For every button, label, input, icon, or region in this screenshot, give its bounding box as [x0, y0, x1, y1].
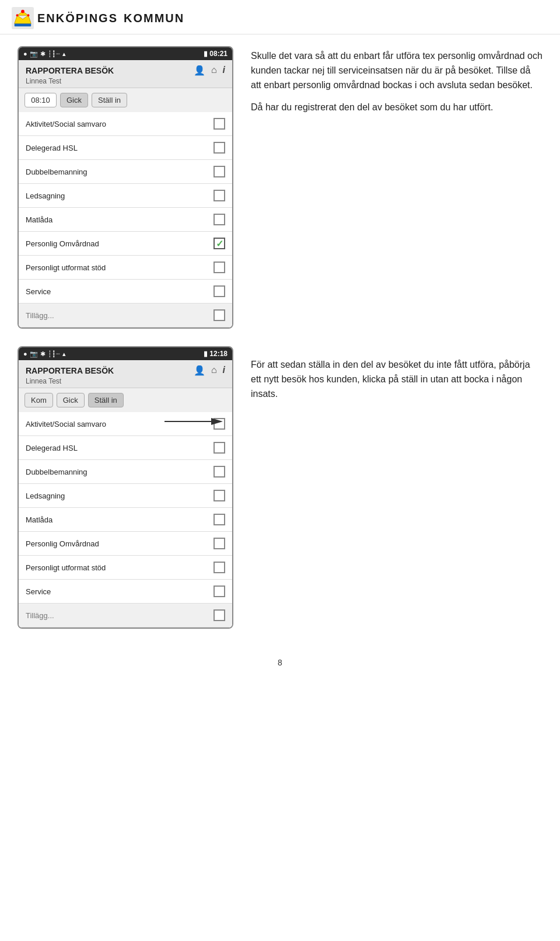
text-paragraph-1: Skulle det vara så att du enbart får utf…	[251, 49, 542, 92]
phone-2-time: 12:18	[209, 350, 228, 358]
phone-1-header: RAPPORTERA BESÖK 👤 ⌂ i Linnea Test	[19, 60, 232, 88]
checkbox-personlig-omvardnad[interactable]: ✓	[214, 238, 225, 249]
phone-1-time-value[interactable]: 08:10	[24, 93, 57, 107]
list-item-label: Delegerad HSL	[26, 144, 78, 152]
list-item[interactable]: Personligt utformat stöd	[19, 256, 232, 280]
checkbox-tillagg[interactable]	[214, 309, 225, 321]
list-item[interactable]: Dubbelbemanning	[19, 460, 232, 484]
phone-1-status-bar: ● 📷 ✱ ┆┇┈ ▴ ▮ 08:21	[19, 47, 232, 60]
svg-point-5	[27, 14, 30, 16]
list-item[interactable]: Ledsagning	[19, 184, 232, 208]
info-icon: i	[223, 65, 225, 76]
list-item-label: Service	[26, 587, 51, 596]
list-item-service-2[interactable]: Service	[19, 580, 232, 604]
row-1: ● 📷 ✱ ┆┇┈ ▴ ▮ 08:21 RAPPORTERA BESÖK 👤	[18, 46, 542, 329]
phone-1-title: RAPPORTERA BESÖK	[26, 66, 114, 75]
picture-icon: 📷	[30, 50, 38, 58]
checkbox-2-delegerad[interactable]	[214, 442, 225, 454]
list-item-label: Tillägg...	[26, 611, 54, 620]
checkbox-2-matlada[interactable]	[214, 514, 225, 525]
status-left-icons: ● 📷 ✱ ┆┇┈ ▴	[23, 50, 66, 58]
info-icon-2: i	[223, 365, 225, 376]
phone-2-stall-in-button[interactable]: Ställ in	[88, 393, 124, 407]
phone-2-title-row: RAPPORTERA BESÖK 👤 ⌂ i	[26, 365, 225, 376]
row-2: ● 📷 ✱ ┆┇┈ ▴ ▮ 12:18 RAPPORTERA BESÖK 👤	[18, 346, 542, 629]
checkbox-personligt-utformat[interactable]	[214, 262, 225, 273]
list-item[interactable]: Dubbelbemanning	[19, 160, 232, 184]
status-right-2: ▮ 12:18	[204, 350, 228, 358]
page-number: 8	[18, 646, 542, 673]
list-item[interactable]: Personlig Omvårdnad	[19, 532, 232, 556]
phone-2-kom-button[interactable]: Kom	[24, 393, 53, 407]
phone-2-title: RAPPORTERA BESÖK	[26, 366, 114, 375]
text-content-1: Skulle det vara så att du enbart får utf…	[251, 46, 542, 123]
battery-icon: ▮	[204, 50, 208, 58]
phone-1-title-row: RAPPORTERA BESÖK 👤 ⌂ i	[26, 65, 225, 76]
checkbox-2-service[interactable]	[214, 585, 225, 597]
list-item-tillagg-2[interactable]: Tillägg...	[19, 604, 232, 628]
text-content-2: För att sedan ställa in den del av besök…	[251, 346, 542, 409]
phone-1-stall-in-button[interactable]: Ställ in	[92, 93, 127, 107]
checkbox-2-tillagg[interactable]	[214, 609, 225, 621]
list-item-label: Personligt utformat stöd	[26, 563, 106, 572]
header: ENKÖPINGS KOMMUN	[0, 0, 560, 34]
checkbox-2-ledsagning[interactable]	[214, 490, 225, 501]
home-icon: ⌂	[211, 65, 217, 76]
phone-1-time: 08:21	[209, 50, 228, 58]
person-icon-2: 👤	[194, 365, 205, 376]
bluetooth-icon-2: ✱	[40, 350, 46, 358]
checkbox-aktivitet[interactable]	[214, 118, 225, 130]
phone-2-subtitle: Linnea Test	[26, 377, 225, 385]
phone-2-status-bar: ● 📷 ✱ ┆┇┈ ▴ ▮ 12:18	[19, 347, 232, 360]
checkbox-ledsagning[interactable]	[214, 190, 225, 201]
list-item[interactable]: Personligt utformat stöd	[19, 556, 232, 580]
text-paragraph-2: Då har du registrerat den del av besöket…	[251, 100, 542, 115]
list-item-label: Personligt utformat stöd	[26, 263, 106, 272]
list-item-service[interactable]: Service	[19, 280, 232, 304]
svg-marker-8	[211, 418, 223, 425]
status-left-icons-2: ● 📷 ✱ ┆┇┈ ▴	[23, 350, 66, 358]
list-item[interactable]: Matlåda	[19, 508, 232, 532]
list-item-label: Delegerad HSL	[26, 444, 78, 452]
phone-2-list: Aktivitet/Social samvaro Delegerad HSL D…	[19, 412, 232, 628]
picture-icon-2: 📷	[30, 350, 38, 358]
list-item-label: Matlåda	[26, 215, 52, 224]
checkbox-matlada[interactable]	[214, 214, 225, 225]
list-item-label: Matlåda	[26, 515, 52, 524]
arrow-svg	[164, 415, 223, 428]
wifi-icon: ▴	[62, 50, 66, 58]
wifi-icon-2: ▴	[62, 350, 66, 358]
list-item-label: Service	[26, 287, 51, 296]
svg-point-4	[16, 14, 19, 16]
checkbox-2-personlig[interactable]	[214, 538, 225, 549]
logo-text-right: KOMMUN	[124, 12, 184, 25]
home-icon-2: ⌂	[211, 365, 217, 376]
list-item-tillagg[interactable]: Tillägg...	[19, 304, 232, 327]
checkbox-2-dubbel[interactable]	[214, 466, 225, 478]
checkmark-icon: ✓	[216, 238, 223, 249]
phone-2-gick-button[interactable]: Gick	[57, 393, 85, 407]
list-item[interactable]: Matlåda	[19, 208, 232, 232]
phone-1-gick-button[interactable]: Gick	[60, 93, 88, 107]
phone-2-btn-row: Kom Gick Ställ in	[19, 388, 232, 412]
list-item[interactable]: Aktivitet/Social samvaro	[19, 112, 232, 136]
phone-1-time-row: 08:10 Gick Ställ in	[19, 88, 232, 112]
checkbox-service[interactable]	[214, 285, 225, 297]
phone-2: ● 📷 ✱ ┆┇┈ ▴ ▮ 12:18 RAPPORTERA BESÖK 👤	[18, 346, 233, 629]
phone-2-header-icons: 👤 ⌂ i	[194, 365, 225, 376]
phone-1-list: Aktivitet/Social samvaro Delegerad HSL D…	[19, 112, 232, 327]
signal-icon-2: ┆┇┈	[48, 350, 60, 358]
list-item[interactable]: Ledsagning	[19, 484, 232, 508]
checkbox-delegerad[interactable]	[214, 142, 225, 154]
list-item[interactable]: Personlig Omvårdnad ✓	[19, 232, 232, 256]
crown-logo-icon	[12, 7, 34, 29]
android-icon-2: ●	[23, 350, 27, 357]
phone-1: ● 📷 ✱ ┆┇┈ ▴ ▮ 08:21 RAPPORTERA BESÖK 👤	[18, 46, 233, 329]
list-item[interactable]: Delegerad HSL	[19, 436, 232, 460]
list-item-label: Ledsagning	[26, 191, 65, 200]
list-item-label: Aktivitet/Social samvaro	[26, 420, 106, 428]
checkbox-dubbel[interactable]	[214, 166, 225, 177]
list-item[interactable]: Delegerad HSL	[19, 136, 232, 160]
bluetooth-icon: ✱	[40, 50, 46, 58]
checkbox-2-personligt-utformat[interactable]	[214, 562, 225, 573]
